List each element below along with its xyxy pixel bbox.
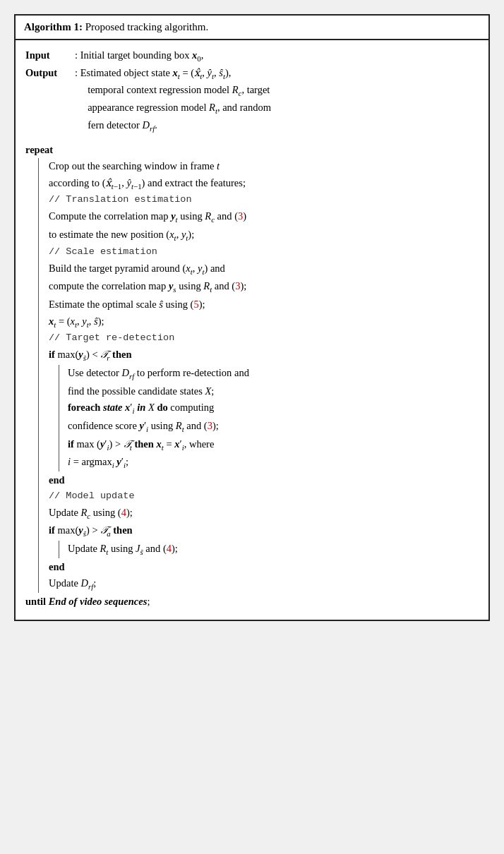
update-drf-line: Update Drf; [49, 575, 479, 593]
end-redetect: end [49, 472, 479, 488]
update-rt-line: Update Rt using Jŝ and (4); [68, 541, 479, 558]
algorithm-label: Algorithm 1: [24, 21, 83, 32]
find-candidates-line: find the possible candidate states X; [68, 383, 479, 399]
if-redetect-line: if max(yŝ) < 𝒯r then [49, 347, 479, 364]
use-detector-line: Use detector Drf to perform re-detection… [68, 365, 479, 383]
compute-correlation-line: Compute the correlation map yt using Rc … [49, 208, 479, 226]
input-content: : Initial target bounding box x0, [75, 47, 203, 65]
repeat-body: Crop out the searching window in frame t… [38, 158, 479, 593]
input-row: Input : Initial target bounding box x0, [25, 47, 479, 65]
redetection-comment: // Target re-detection [49, 331, 479, 346]
if-max-xt-line: if max (y′i) > 𝒯t then xt = x′i, where [68, 436, 479, 454]
build-pyramid-line: Build the target pyramid around (xt, yt)… [49, 260, 479, 278]
repeat-keyword: repeat [25, 142, 479, 157]
input-label: Input [25, 47, 75, 63]
compute-ys-line: compute the correlation map ys using Rt … [49, 278, 479, 296]
estimate-position-line: to estimate the new position (xt, yt); [49, 227, 479, 244]
redetect-block: Use detector Drf to perform re-detection… [59, 365, 479, 471]
algorithm-body: Input : Initial target bounding box x0, … [16, 40, 488, 620]
algorithm-title: Algorithm 1: Proposed tracking algorithm… [16, 16, 488, 40]
output-label: Output [25, 65, 75, 80]
model-comment: // Model update [49, 489, 479, 504]
output-content: : Estimated object state xt = (x̂t, ŷt, … [75, 65, 271, 135]
end-update: end [49, 559, 479, 575]
io-section: Input : Initial target bounding box x0, … [25, 47, 479, 135]
scale-comment: // Scale estimation [49, 245, 479, 260]
until-line: until End of video sequences; [25, 594, 479, 609]
if-update-line: if max(yŝ) > 𝒯a then [49, 522, 479, 540]
argmax-line: i = argmaxi y′i; [68, 454, 479, 471]
update-block: Update Rt using Jŝ and (4); [59, 541, 479, 558]
algorithm-container: Algorithm 1: Proposed tracking algorithm… [14, 14, 490, 621]
crop-line: Crop out the searching window in frame t [49, 158, 479, 174]
update-rc-line: Update Rc using (4); [49, 505, 479, 522]
estimate-scale-line: Estimate the optimal scale ŝ using (5); [49, 296, 479, 312]
algorithm-name: Proposed tracking algorithm. [85, 21, 209, 32]
xt-assign-line: xt = (xt, yt, ŝ); [49, 313, 479, 331]
crop-line2: according to (x̂t−1, ŷt−1) and extract t… [49, 175, 479, 193]
output-row: Output : Estimated object state xt = (x̂… [25, 65, 479, 135]
foreach-line: foreach state x′i in X do computing [68, 399, 479, 417]
repeat-block: repeat Crop out the searching window in … [25, 142, 479, 610]
confidence-line: confidence score y′i using Rt and (3); [68, 418, 479, 435]
translation-comment: // Translation estimation [49, 193, 479, 208]
